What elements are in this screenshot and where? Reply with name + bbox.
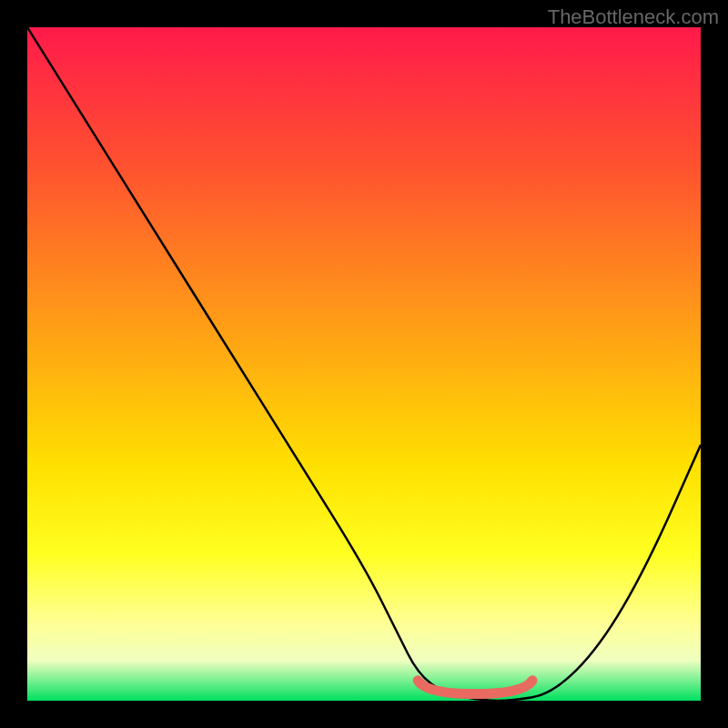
bottleneck-curve: [27, 27, 701, 701]
chart-plot-area: [27, 27, 701, 701]
optimal-range-marker: [418, 681, 532, 694]
watermark-text: TheBottleneck.com: [548, 5, 719, 29]
curve-path: [27, 27, 701, 701]
